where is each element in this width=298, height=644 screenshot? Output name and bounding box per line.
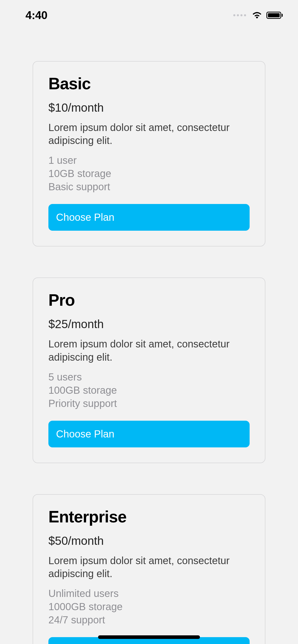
pricing-content: Basic $10/month Lorem ipsum dolor sit am…: [0, 61, 298, 644]
plan-features: 1 user 10GB storage Basic support: [48, 154, 250, 193]
plan-description: Lorem ipsum dolor sit amet, consectetur …: [48, 121, 250, 147]
plan-feature: Unlimited users: [48, 587, 250, 600]
choose-plan-button[interactable]: Choose Plan: [48, 204, 250, 231]
plan-price: $25/month: [48, 317, 250, 331]
status-bar: 4:40: [0, 0, 298, 31]
wifi-icon: [252, 11, 262, 19]
plan-features: 5 users 100GB storage Priority support: [48, 370, 250, 410]
status-time: 4:40: [25, 9, 47, 22]
plan-title: Enterprise: [48, 507, 250, 526]
plan-feature: 24/7 support: [48, 613, 250, 626]
plan-feature: 1 user: [48, 154, 250, 167]
plan-price: $10/month: [48, 101, 250, 114]
choose-plan-button[interactable]: Choose Plan: [48, 421, 250, 447]
plan-title: Pro: [48, 291, 250, 310]
plan-card-pro: Pro $25/month Lorem ipsum dolor sit amet…: [33, 277, 265, 463]
plan-features: Unlimited users 1000GB storage 24/7 supp…: [48, 587, 250, 626]
battery-icon: [266, 12, 283, 19]
plan-price: $50/month: [48, 534, 250, 548]
plan-description: Lorem ipsum dolor sit amet, consectetur …: [48, 554, 250, 580]
plan-card-enterprise: Enterprise $50/month Lorem ipsum dolor s…: [33, 494, 265, 644]
plan-feature: 5 users: [48, 370, 250, 384]
plan-feature: 1000GB storage: [48, 600, 250, 613]
cellular-signal-icon: [233, 14, 246, 16]
plan-title: Basic: [48, 74, 250, 93]
plan-description: Lorem ipsum dolor sit amet, consectetur …: [48, 338, 250, 363]
plan-feature: 100GB storage: [48, 384, 250, 397]
plan-feature: Priority support: [48, 397, 250, 410]
plan-feature: 10GB storage: [48, 167, 250, 180]
plan-card-basic: Basic $10/month Lorem ipsum dolor sit am…: [33, 61, 265, 246]
home-indicator[interactable]: [98, 635, 200, 639]
plan-feature: Basic support: [48, 180, 250, 193]
status-icons: [233, 11, 283, 19]
